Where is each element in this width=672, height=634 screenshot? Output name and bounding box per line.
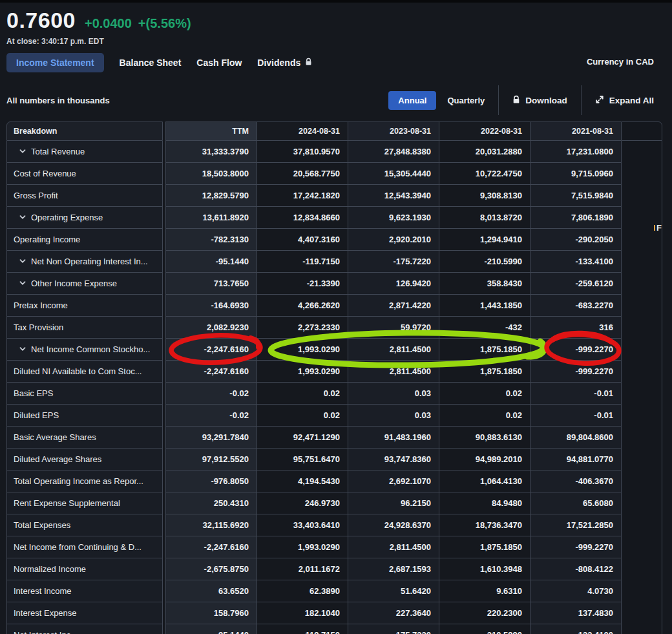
price-change: +0.0400+(5.56%) <box>85 16 198 31</box>
cell-value: 0.02 <box>257 383 348 405</box>
chevron-down-icon <box>19 149 26 154</box>
cell-value: -175.7220 <box>348 624 439 634</box>
row-label: Pretax Income <box>6 295 163 317</box>
row-label-text: Pretax Income <box>14 301 68 310</box>
column-header-2023-08-31: 2023-08-31 <box>348 122 439 141</box>
row-label-text: Operating Expense <box>31 213 103 222</box>
cell-value: 94,989.2010 <box>439 449 530 470</box>
cell-value: -808.4122 <box>530 558 621 580</box>
tab-label: Balance Sheet <box>120 58 182 68</box>
cell-value: -999.2270 <box>530 361 621 383</box>
row-label: Rent Expense Supplemental <box>6 492 163 514</box>
row-label: Basic EPS <box>6 383 163 405</box>
cell-value: 0.03 <box>348 405 439 427</box>
cell-value: 4.0730 <box>530 580 621 602</box>
cell-value: -95.1440 <box>165 251 257 273</box>
cell-value: -175.7220 <box>348 251 439 273</box>
row-label-text: Basic Average Shares <box>14 432 96 442</box>
tab-annual[interactable]: Annual <box>388 91 436 110</box>
cell-value: 93,291.7840 <box>165 427 257 449</box>
quote-header: 0.7600 +0.0400+(5.56%) At close: 3:40:17… <box>6 8 198 46</box>
row-label: Operating Income <box>6 229 163 251</box>
cell-value: -999.2270 <box>530 536 621 558</box>
row-label-text: Net Interest Inc... <box>14 630 78 634</box>
cell-value: -976.8050 <box>165 470 257 492</box>
cell-value: -0.02 <box>165 405 257 427</box>
row-label[interactable]: Operating Expense <box>6 207 163 229</box>
row-label: Diluted EPS <box>6 405 163 427</box>
lock-icon <box>305 58 312 68</box>
change-percent: +(5.56%) <box>138 16 191 30</box>
cell-value: 92,471.1290 <box>257 427 348 449</box>
row-label[interactable]: Other Income Expense <box>6 273 163 295</box>
column-header-2024-08-31: 2024-08-31 <box>257 122 348 141</box>
tab-label: Income Statement <box>16 58 94 68</box>
cell-value: -0.01 <box>530 383 621 405</box>
tab-income-statement[interactable]: Income Statement <box>6 53 104 72</box>
cell-value: 227.3640 <box>348 602 439 624</box>
cell-value: -210.5990 <box>439 624 530 634</box>
income-statement-table: BreakdownTTM2024-08-312023-08-312022-08-… <box>6 122 662 634</box>
row-label-text: Net Income Common Stockho... <box>31 344 150 354</box>
row-label[interactable]: Total Revenue <box>6 141 163 163</box>
cell-value: 250.4310 <box>165 492 257 514</box>
cell-value: 12,543.3940 <box>348 185 439 207</box>
row-label[interactable]: Net Income Common Stockho... <box>6 339 163 361</box>
cell-value: 0.02 <box>439 383 530 405</box>
row-label: Tax Provision <box>6 317 163 339</box>
tab-balance-sheet[interactable]: Balance Sheet <box>120 58 182 68</box>
cell-value: 9,623.1930 <box>348 207 439 229</box>
cell-value: 63.6520 <box>165 580 257 602</box>
cell-value: 1,064.4130 <box>439 470 530 492</box>
tab-quarterly[interactable]: Quarterly <box>447 96 485 105</box>
cell-value: 17,231.0800 <box>530 141 621 163</box>
cell-value: 0.02 <box>439 405 530 427</box>
column-header-breakdown: Breakdown <box>6 122 163 141</box>
cell-value: 27,848.8380 <box>348 141 439 163</box>
tab-cash-flow[interactable]: Cash Flow <box>196 58 242 68</box>
cell-value: 0.03 <box>348 383 439 405</box>
cell-value: 4,194.5430 <box>257 470 348 492</box>
cell-value: 358.8430 <box>439 273 530 295</box>
row-label-text: Diluted EPS <box>14 410 59 420</box>
tab-dividends[interactable]: Dividends <box>257 58 312 68</box>
expand-all-button[interactable]: Expand All <box>595 95 654 106</box>
cell-value: -133.4100 <box>530 251 621 273</box>
cell-value: -21.3390 <box>257 273 348 295</box>
row-label-text: Other Income Expense <box>31 279 117 288</box>
cell-value: 4,407.3160 <box>257 229 348 251</box>
chevron-down-icon <box>19 347 26 352</box>
cell-value: 15,305.4440 <box>348 163 439 185</box>
cell-value: 10,722.4750 <box>439 163 530 185</box>
cell-value: 97,912.5520 <box>165 449 257 470</box>
column-header-2021-08-31: 2021-08-31 <box>530 122 621 141</box>
cell-value: -2,247.6160 <box>165 339 257 361</box>
row-label: Total Operating Income as Repor... <box>6 470 163 492</box>
row-label: Interest Income <box>6 580 163 602</box>
cell-value: 713.7650 <box>165 273 257 295</box>
cell-value: 1,993.0290 <box>257 339 348 361</box>
clipped-text: F <box>656 223 662 233</box>
cell-value: -119.7150 <box>257 251 348 273</box>
row-label-text: Net Non Operating Interest In... <box>31 257 148 266</box>
row-label: Net Interest Inc... <box>6 624 163 634</box>
cell-value: 33,403.6410 <box>257 514 348 536</box>
cell-value: 12,829.5790 <box>165 185 257 207</box>
expand-arrows-icon <box>595 95 604 106</box>
cell-value: 2,811.4500 <box>348 361 439 383</box>
cell-value: -0.02 <box>165 383 257 405</box>
cell-value: 158.7960 <box>165 602 257 624</box>
tab-label: Cash Flow <box>196 58 242 68</box>
cell-value: -133.4100 <box>530 624 621 634</box>
cell-value: 18,503.8000 <box>165 163 257 185</box>
cell-value: -432 <box>439 317 530 339</box>
row-label[interactable]: Net Non Operating Interest In... <box>6 251 163 273</box>
cell-value: 37,810.9570 <box>257 141 348 163</box>
clipped-artifact <box>654 225 655 231</box>
cell-value: 2,273.2330 <box>257 317 348 339</box>
row-label-text: Diluted NI Available to Com Stoc... <box>14 366 142 376</box>
download-button[interactable]: Download <box>512 95 567 106</box>
cell-value: 91,483.1960 <box>348 427 439 449</box>
cell-value: 1,610.3948 <box>439 558 530 580</box>
cell-value: 0.02 <box>257 405 348 427</box>
